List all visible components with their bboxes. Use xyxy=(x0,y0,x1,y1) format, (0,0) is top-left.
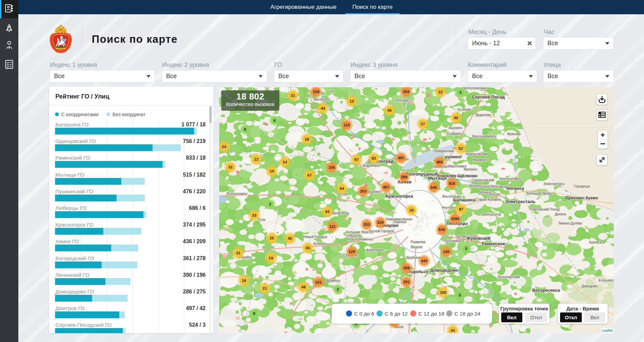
svg-text:27: 27 xyxy=(421,122,425,126)
svg-text:97: 97 xyxy=(354,158,359,162)
svg-text:443: 443 xyxy=(421,259,427,263)
svg-text:12: 12 xyxy=(254,157,259,161)
svg-text:5: 5 xyxy=(459,293,461,297)
svg-text:65: 65 xyxy=(306,246,310,250)
svg-text:816: 816 xyxy=(449,181,455,185)
svg-text:14: 14 xyxy=(283,160,287,164)
svg-text:ин: ин xyxy=(330,89,334,93)
svg-text:Некрасовский: Некрасовский xyxy=(466,152,488,156)
svg-text:Красногорск: Красногорск xyxy=(386,194,413,199)
svg-text:Электрогорск: Электрогорск xyxy=(543,182,565,186)
svg-text:18: 18 xyxy=(305,137,309,141)
svg-text:Домодедово: Домодедово xyxy=(430,268,458,273)
svg-text:34: 34 xyxy=(451,328,455,332)
svg-text:Фрязино: Фрязино xyxy=(464,167,477,171)
svg-text:Деденево: Деденево xyxy=(475,113,491,117)
svg-text:87: 87 xyxy=(459,207,464,211)
svg-text:100: 100 xyxy=(440,290,446,294)
svg-text:Городищи: Городищи xyxy=(574,184,590,188)
svg-text:Фоминск: Фоминск xyxy=(326,279,340,283)
svg-text:Лесной Городок: Лесной Городок xyxy=(368,229,394,233)
svg-text:Черноголовка: Черноголовка xyxy=(499,177,521,181)
svg-text:44: 44 xyxy=(321,106,325,110)
svg-text:45: 45 xyxy=(387,108,392,112)
svg-text:64: 64 xyxy=(340,186,344,191)
svg-text:ушкино: ушкино xyxy=(445,154,461,159)
svg-text:Голицыно: Голицыно xyxy=(345,234,361,237)
svg-text:Давыдово: Давыдово xyxy=(582,284,598,288)
svg-text:8: 8 xyxy=(244,127,246,131)
svg-text:209: 209 xyxy=(403,266,410,270)
svg-text:Ногинск: Ногинск xyxy=(506,186,524,191)
svg-text:Красноармейск: Красноармейск xyxy=(472,134,497,138)
svg-text:Дрезна: Дрезна xyxy=(555,212,566,216)
svg-text:82: 82 xyxy=(372,156,376,160)
svg-text:32: 32 xyxy=(228,165,233,169)
svg-text:2: 2 xyxy=(269,202,271,206)
svg-text:2: 2 xyxy=(337,287,339,291)
svg-text:121: 121 xyxy=(329,224,336,229)
svg-text:Куровское: Куровское xyxy=(589,240,605,244)
svg-text:Андреевка: Андреевка xyxy=(363,164,380,167)
svg-text:Ликино-Дулёво: Ликино-Дулёво xyxy=(558,221,582,225)
svg-text:48: 48 xyxy=(301,285,306,289)
svg-text:151: 151 xyxy=(315,280,322,284)
svg-text:19: 19 xyxy=(269,256,273,260)
svg-text:10: 10 xyxy=(270,169,274,173)
svg-text:Лосино-Петровский: Лосино-Петровский xyxy=(478,185,509,188)
svg-text:16: 16 xyxy=(242,278,246,283)
svg-text:460: 460 xyxy=(436,160,442,164)
svg-text:1084: 1084 xyxy=(451,217,459,221)
svg-text:Старая Купавна: Старая Купавна xyxy=(475,198,501,201)
svg-text:203: 203 xyxy=(360,189,366,193)
svg-text:Свердловский: Свердловский xyxy=(472,178,494,182)
svg-text:Большие Дворы: Большие Дворы xyxy=(527,192,553,195)
svg-text:Софрино: Софрино xyxy=(447,132,462,136)
svg-text:21: 21 xyxy=(263,286,267,290)
svg-text:Ашукино: Ашукино xyxy=(449,126,463,130)
svg-text:Балашиха: Балашиха xyxy=(453,197,475,202)
svg-text:26: 26 xyxy=(410,208,414,212)
svg-text:159: 159 xyxy=(313,90,319,94)
svg-text:21: 21 xyxy=(291,93,295,97)
svg-text:Павловский Посад: Павловский Посад xyxy=(530,208,559,211)
svg-text:22: 22 xyxy=(438,90,443,94)
svg-text:Кубинка: Кубинка xyxy=(313,242,326,246)
svg-text:Лыткарино: Лыткарино xyxy=(444,239,462,243)
svg-text:Воскресенск: Воскресенск xyxy=(532,288,560,293)
svg-text:Электроугли: Электроугли xyxy=(481,213,501,216)
svg-text:Фряново: Фряново xyxy=(507,132,521,136)
svg-text:Хотьково: Хотьково xyxy=(457,108,472,111)
svg-text:105: 105 xyxy=(328,165,335,169)
svg-text:24: 24 xyxy=(222,145,226,149)
svg-text:115: 115 xyxy=(344,123,350,127)
svg-text:145: 145 xyxy=(443,250,450,254)
svg-text:13: 13 xyxy=(350,99,354,103)
svg-text:Жуковский: Жуковский xyxy=(466,236,491,241)
svg-text:Правдинский: Правдинский xyxy=(433,149,454,153)
svg-text:Развилка: Развилка xyxy=(411,240,425,244)
svg-text:Волоколамск: Волоколамск xyxy=(227,192,248,196)
svg-text:95: 95 xyxy=(454,116,458,120)
svg-text:5: 5 xyxy=(459,90,462,94)
svg-text:497: 497 xyxy=(398,156,404,160)
svg-text:25: 25 xyxy=(270,236,274,240)
svg-text:43: 43 xyxy=(325,210,330,214)
svg-text:Новый Городок: Новый Городок xyxy=(303,235,327,239)
svg-text:Марфино: Марфино xyxy=(473,158,488,162)
svg-text:Орехово-Зуево: Орехово-Зуево xyxy=(565,195,598,200)
svg-text:Сергиев Посад: Сергиев Посад xyxy=(472,94,505,100)
svg-text:Белоозерский: Белоозерский xyxy=(498,275,520,279)
svg-text:33: 33 xyxy=(252,213,257,217)
svg-text:8: 8 xyxy=(253,311,256,316)
svg-text:45: 45 xyxy=(288,236,292,240)
svg-text:291: 291 xyxy=(403,280,410,284)
svg-text:129: 129 xyxy=(348,250,355,254)
svg-text:Королёв-Щёлково: Королёв-Щёлково xyxy=(437,173,477,178)
svg-text:259: 259 xyxy=(403,90,409,94)
svg-text:Обухово: Обухово xyxy=(487,193,501,196)
svg-text:Раменское: Раменское xyxy=(482,241,505,246)
svg-text:Видное: Видное xyxy=(411,245,423,249)
svg-text:Егорьевск: Егорьевск xyxy=(599,278,614,282)
svg-text:Высоковск: Высоковск xyxy=(313,97,330,101)
